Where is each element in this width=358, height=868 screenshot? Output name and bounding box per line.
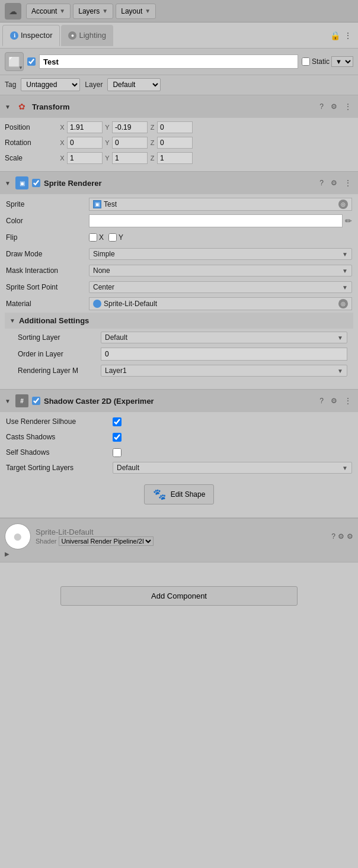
layout-button[interactable]: Layout ▼: [116, 4, 156, 19]
material-row: Material Sprite-Lit-Default ◎: [5, 296, 353, 311]
gameobject-active-checkbox[interactable]: [27, 57, 36, 66]
order-in-layer-input[interactable]: [101, 348, 347, 361]
rotation-x-input[interactable]: [67, 137, 103, 149]
sorting-layer-text: Default: [105, 333, 127, 342]
sprite-sort-point-dropdown[interactable]: Center ▼: [89, 281, 352, 293]
rotation-y-input[interactable]: [112, 137, 148, 149]
draw-mode-arrow: ▼: [342, 251, 348, 258]
mask-interaction-row: Mask Interaction None ▼: [5, 263, 353, 278]
inspector-tab-icon: ℹ: [10, 31, 18, 40]
target-sorting-value: Default ▼: [113, 462, 352, 474]
account-button[interactable]: Account ▼: [26, 4, 71, 19]
sc-properties: Use Renderer Silhoue Casts Shadows Self …: [0, 412, 358, 517]
layer-label: Layer: [85, 81, 103, 89]
sorting-layer-dropdown[interactable]: Default ▼: [101, 332, 347, 343]
self-shadows-checkbox[interactable]: [113, 448, 122, 457]
transform-actions: ? ⚙ ⋮: [318, 102, 353, 111]
sr-actions: ? ⚙ ⋮: [318, 178, 353, 188]
transform-menu-icon[interactable]: ⋮: [343, 102, 353, 111]
tag-select[interactable]: Untagged: [21, 78, 80, 91]
sc-settings-icon[interactable]: ⚙: [329, 396, 339, 406]
menu-icon[interactable]: ⋮: [344, 31, 352, 40]
casts-shadows-row: Casts Shadows: [5, 430, 353, 444]
rendering-layer-dropdown[interactable]: Layer1 ▼: [101, 365, 347, 377]
top-bar: ☁ Account ▼ Layers ▼ Layout ▼: [0, 0, 358, 22]
position-z-input[interactable]: [157, 121, 193, 133]
lock-icon[interactable]: 🔒: [330, 31, 340, 40]
casts-shadows-checkbox[interactable]: [113, 433, 122, 442]
transform-collapse-arrow: ▼: [5, 104, 12, 110]
position-y-input[interactable]: [112, 121, 148, 133]
use-renderer-row: Use Renderer Silhoue: [5, 414, 353, 429]
flip-options: X Y: [89, 233, 352, 242]
sprite-row: Sprite ▣ Test ◎: [5, 197, 353, 212]
target-sorting-row: Target Sorting Layers Default ▼: [5, 461, 353, 475]
material-info: Sprite-Lit-Default Shader Universal Rend…: [36, 528, 327, 546]
flip-x-checkbox[interactable]: [89, 233, 97, 242]
sc-enable-checkbox[interactable]: [32, 397, 40, 405]
additional-settings-name: Additional Settings: [19, 316, 89, 325]
sr-enable-checkbox[interactable]: [32, 179, 40, 187]
scale-z-input[interactable]: [157, 152, 193, 164]
material-expand-arrow[interactable]: ▶: [5, 551, 9, 557]
static-checkbox[interactable]: [302, 57, 310, 66]
layers-button[interactable]: Layers ▼: [73, 4, 113, 19]
sprite-select-btn[interactable]: ◎: [338, 200, 348, 209]
tab-lighting[interactable]: ● Lighting: [61, 25, 113, 46]
material-menu-icon[interactable]: ⚙: [347, 532, 353, 541]
rotation-z-input[interactable]: [157, 137, 193, 149]
sorting-layer-value: Default ▼: [101, 332, 347, 343]
transform-component: ▼ ✿ Transform ? ⚙ ⋮ Position X Y Z: [0, 95, 358, 172]
tab-inspector[interactable]: ℹ Inspector: [2, 25, 60, 46]
scale-x-input[interactable]: [67, 152, 103, 164]
color-picker-btn[interactable]: ✏: [345, 216, 352, 226]
edit-shape-button[interactable]: 🐾 Edit Shape: [144, 484, 215, 504]
spacer: [0, 562, 358, 574]
layout-label: Layout: [121, 7, 142, 15]
static-dropdown[interactable]: ▼: [331, 56, 353, 67]
transform-help-icon[interactable]: ?: [318, 102, 325, 111]
sprite-field[interactable]: ▣ Test ◎: [89, 198, 352, 211]
flip-y-checkbox[interactable]: [108, 233, 117, 242]
pos-y-label: Y: [104, 124, 111, 131]
use-renderer-checkbox[interactable]: [113, 417, 122, 426]
rendering-layer-text: Layer1: [105, 367, 127, 375]
material-select-btn[interactable]: ◎: [338, 299, 348, 308]
color-label: Color: [6, 217, 89, 225]
draw-mode-value: Simple ▼: [89, 248, 352, 260]
sorting-layer-label: Sorting Layer: [18, 333, 101, 342]
shadow-caster-header[interactable]: ▼ # Shadow Caster 2D (Experimer ? ⚙ ⋮: [0, 390, 358, 412]
transform-header[interactable]: ▼ ✿ Transform ? ⚙ ⋮: [0, 95, 358, 118]
add-component-button[interactable]: Add Component: [60, 586, 298, 606]
material-help-icon[interactable]: ?: [331, 532, 335, 541]
transform-settings-icon[interactable]: ⚙: [329, 102, 339, 111]
material-name: Sprite-Lit-Default: [36, 528, 327, 536]
gameobject-name-input[interactable]: [39, 54, 298, 69]
scale-y-input[interactable]: [112, 152, 148, 164]
order-in-layer-row: Order in Layer: [17, 346, 349, 362]
sr-settings-icon[interactable]: ⚙: [329, 178, 339, 188]
target-sorting-text: Default: [117, 464, 139, 472]
rotation-xyz: X Y Z: [59, 137, 353, 149]
shader-select[interactable]: Universal Render Pipeline/2D/S: [59, 536, 154, 546]
position-x-input[interactable]: [67, 121, 103, 133]
sc-menu-icon[interactable]: ⋮: [343, 396, 353, 406]
scale-row: Scale X Y Z: [5, 151, 353, 165]
sr-help-icon[interactable]: ?: [318, 178, 325, 188]
sprite-renderer-header[interactable]: ▼ ▣ Sprite Renderer ? ⚙ ⋮: [0, 172, 358, 194]
color-swatch[interactable]: [89, 214, 343, 227]
transform-properties: Position X Y Z Rotation X Y: [0, 118, 358, 171]
transform-name: Transform: [32, 102, 314, 111]
layer-select[interactable]: Default: [107, 78, 161, 91]
sr-menu-icon[interactable]: ⋮: [343, 178, 353, 188]
sprite-renderer-component: ▼ ▣ Sprite Renderer ? ⚙ ⋮ Sprite ▣ Test …: [0, 172, 358, 390]
material-settings-icon[interactable]: ⚙: [338, 532, 344, 541]
draw-mode-dropdown[interactable]: Simple ▼: [89, 248, 352, 260]
additional-settings-header[interactable]: ▼ Additional Settings: [5, 313, 353, 329]
target-sorting-dropdown[interactable]: Default ▼: [113, 462, 352, 474]
sc-help-icon[interactable]: ?: [318, 396, 325, 406]
tab-actions: 🔒 ⋮: [330, 31, 356, 40]
material-field[interactable]: Sprite-Lit-Default ◎: [89, 297, 352, 310]
mask-interaction-dropdown[interactable]: None ▼: [89, 265, 352, 277]
account-label: Account: [31, 7, 57, 15]
